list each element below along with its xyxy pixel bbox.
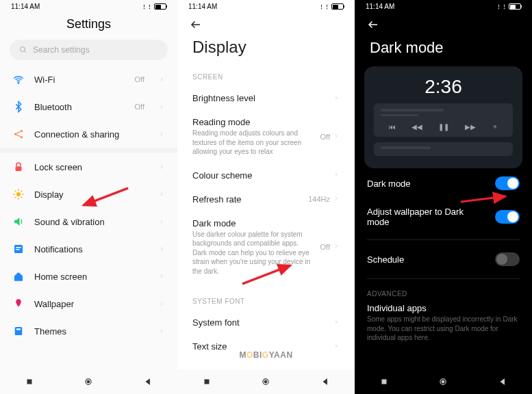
display-pane: 11:14 AM ⋮⋮ Display SCREEN Brightness le… bbox=[177, 0, 355, 394]
notif-icon bbox=[12, 243, 25, 255]
row-refresh-rate[interactable]: Refresh rate 144Hz bbox=[177, 187, 355, 211]
status-time: 11:14 AM bbox=[11, 3, 40, 10]
pause-icon: ❚❚ bbox=[438, 123, 449, 131]
row-status: Off bbox=[320, 133, 330, 141]
status-icons: ⋮⋮ bbox=[319, 3, 344, 10]
row-individual-apps[interactable]: Individual apps Some apps might be displ… bbox=[355, 299, 532, 351]
row-label: Wi-Fi bbox=[34, 75, 125, 85]
row-desc: Some apps might be displayed incorrectly… bbox=[367, 315, 520, 343]
row-label: Refresh rate bbox=[192, 194, 303, 205]
row-lock-screen[interactable]: Lock screen bbox=[0, 153, 177, 181]
row-reading-mode[interactable]: Reading modeReading mode adjusts colours… bbox=[177, 110, 355, 163]
page-title: Dark mode bbox=[355, 36, 532, 66]
back-button[interactable] bbox=[177, 12, 355, 36]
nav-back-icon[interactable] bbox=[143, 377, 153, 386]
nav-recents-icon[interactable] bbox=[379, 377, 389, 386]
divider bbox=[367, 278, 520, 279]
row-label: Colour scheme bbox=[192, 170, 327, 181]
row-colour-scheme[interactable]: Colour scheme bbox=[177, 163, 355, 187]
row-bluetooth[interactable]: Bluetooth Off bbox=[0, 93, 177, 120]
row-brightness-level[interactable]: Brightness level bbox=[177, 86, 355, 110]
row-label: Themes bbox=[34, 326, 149, 337]
svg-point-7 bbox=[16, 192, 21, 196]
divider bbox=[367, 239, 520, 240]
status-bar: 11:14 AM ⋮⋮ bbox=[0, 0, 177, 12]
vod-icon: ⋮⋮ bbox=[142, 4, 152, 10]
row-themes[interactable]: Themes bbox=[0, 317, 177, 345]
toggle-switch[interactable] bbox=[495, 210, 520, 224]
row-label: Individual apps bbox=[367, 303, 520, 313]
row-desc: Reading mode adjusts colours and texture… bbox=[192, 129, 315, 157]
chevron-right-icon bbox=[333, 94, 340, 103]
toggle-switch[interactable] bbox=[495, 252, 520, 266]
toggle-switch[interactable] bbox=[495, 176, 520, 190]
chevron-right-icon bbox=[158, 161, 165, 173]
svg-line-12 bbox=[15, 191, 16, 192]
chevron-right-icon bbox=[158, 215, 165, 228]
display-icon bbox=[12, 188, 25, 200]
row-schedule[interactable]: Schedule bbox=[355, 244, 532, 274]
row-label: Reading mode bbox=[192, 117, 315, 127]
svg-rect-18 bbox=[16, 249, 19, 250]
back-button[interactable] bbox=[355, 12, 532, 36]
chevron-right-icon bbox=[333, 343, 340, 351]
page-title: Settings bbox=[0, 12, 177, 40]
divider bbox=[0, 148, 177, 153]
row-wallpaper[interactable]: Wallpaper bbox=[0, 290, 177, 317]
watermark: MOBIGYAAN bbox=[239, 350, 292, 360]
row-home-screen[interactable]: Home screen bbox=[0, 263, 177, 290]
search-placeholder: Search settings bbox=[33, 45, 90, 55]
row-status: Off bbox=[135, 103, 144, 111]
row-dark-mode-toggle[interactable]: Dark mode bbox=[355, 168, 532, 198]
nav-home-icon[interactable] bbox=[261, 377, 270, 386]
row-label: Dark mode bbox=[367, 179, 488, 189]
status-time: 11:14 AM bbox=[366, 3, 394, 10]
vod-icon: ⋮⋮ bbox=[319, 4, 329, 10]
svg-line-14 bbox=[15, 197, 16, 198]
row-connection-sharing[interactable]: Connection & sharing bbox=[0, 120, 177, 148]
themes-icon bbox=[12, 325, 25, 337]
nav-back-icon[interactable] bbox=[320, 377, 330, 386]
row-notifications[interactable]: Notifications bbox=[0, 235, 177, 263]
status-bar: 11:14 AM ⋮⋮ bbox=[355, 0, 532, 12]
nav-recents-icon[interactable] bbox=[25, 377, 34, 386]
svg-line-1 bbox=[25, 51, 27, 53]
row-label: Notifications bbox=[34, 244, 149, 254]
row-label: Display bbox=[34, 189, 149, 200]
row-display[interactable]: Display bbox=[0, 181, 177, 208]
settings-pane: 11:14 AM ⋮⋮ Settings Search settings Wi-… bbox=[0, 0, 177, 394]
home-icon bbox=[12, 270, 25, 283]
search-input[interactable]: Search settings bbox=[10, 40, 168, 60]
svg-point-5 bbox=[21, 136, 23, 138]
share-icon bbox=[12, 128, 25, 140]
row-system-font[interactable]: System font bbox=[177, 311, 355, 334]
row-label: Connection & sharing bbox=[34, 129, 149, 140]
row-label: Lock screen bbox=[34, 162, 149, 172]
svg-rect-20 bbox=[16, 328, 21, 330]
rewind-icon: ◀◀ bbox=[411, 123, 422, 131]
row-label: Bluetooth bbox=[34, 102, 125, 112]
bluetooth-icon bbox=[12, 101, 25, 113]
svg-rect-32 bbox=[382, 380, 387, 384]
preview-card: ⏮ ◀◀ ❚❚ ▶▶ ＋ bbox=[374, 103, 513, 137]
row-adjust-wallpaper[interactable]: Adjust wallpaper to Dark mode bbox=[355, 198, 532, 235]
row-status: Off bbox=[135, 75, 144, 83]
row-dark-mode[interactable]: Dark modeUse darker colour palette for s… bbox=[177, 211, 355, 283]
status-time: 11:14 AM bbox=[188, 3, 217, 10]
search-icon bbox=[19, 46, 27, 54]
nav-recents-icon[interactable] bbox=[202, 377, 212, 386]
nav-home-icon[interactable] bbox=[84, 377, 93, 386]
prev-track-icon: ⏮ bbox=[389, 123, 396, 131]
row-label: Adjust wallpaper to Dark mode bbox=[367, 207, 488, 227]
status-icons: ⋮⋮ bbox=[142, 3, 166, 10]
chevron-right-icon bbox=[158, 298, 165, 310]
chevron-right-icon bbox=[158, 270, 165, 283]
wifi-icon bbox=[12, 73, 25, 86]
section-header-font: SYSTEM FONT bbox=[177, 295, 355, 311]
nav-back-icon[interactable] bbox=[498, 377, 507, 386]
nav-home-icon[interactable] bbox=[438, 377, 448, 386]
status-bar: 11:14 AM ⋮⋮ bbox=[177, 0, 355, 12]
preview-player: ⏮ ◀◀ ❚❚ ▶▶ ＋ bbox=[381, 122, 506, 131]
row-sound-vibration[interactable]: Sound & vibration bbox=[0, 208, 177, 235]
row-wifi[interactable]: Wi-Fi Off bbox=[0, 66, 177, 93]
